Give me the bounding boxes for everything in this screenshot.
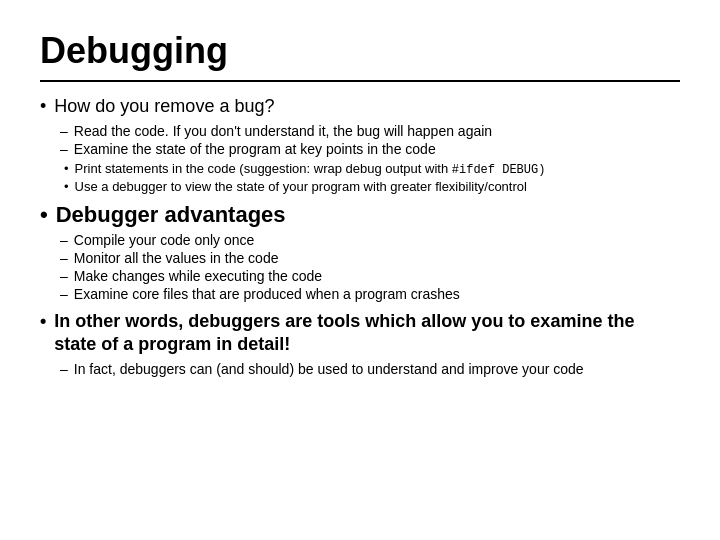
sub-list-3: In fact, debuggers can (and should) be u… (40, 361, 680, 377)
section-3: • In other words, debuggers are tools wh… (40, 310, 680, 377)
main-bullet-3: • In other words, debuggers are tools wh… (40, 310, 680, 357)
section-1: • How do you remove a bug? Read the code… (40, 96, 680, 194)
bullet-symbol-1: • (40, 96, 46, 117)
sub-sub-list-1: Print statements in the code (suggestion… (40, 161, 680, 194)
title-divider (40, 80, 680, 82)
sub-item-2-3-text: Make changes while executing the code (74, 268, 322, 284)
slide: Debugging • How do you remove a bug? Rea… (0, 0, 720, 540)
main-bullet-1-text: How do you remove a bug? (54, 96, 274, 117)
sub-list-1: Read the code. If you don't understand i… (40, 123, 680, 157)
sub-item-2-2-text: Monitor all the values in the code (74, 250, 279, 266)
sub-list-2: Compile your code only once Monitor all … (40, 232, 680, 302)
sub-sub-item-1-1: Print statements in the code (suggestion… (64, 161, 680, 177)
main-bullet-1: • How do you remove a bug? (40, 96, 680, 117)
bullet-symbol-3: • (40, 310, 46, 333)
sub-item-1-1: Read the code. If you don't understand i… (60, 123, 680, 139)
sub-item-1-2-text: Examine the state of the program at key … (74, 141, 436, 157)
sub-item-3-1: In fact, debuggers can (and should) be u… (60, 361, 680, 377)
main-bullet-2-text: Debugger advantages (56, 202, 286, 228)
sub-item-2-1: Compile your code only once (60, 232, 680, 248)
section-2: • Debugger advantages Compile your code … (40, 202, 680, 302)
sub-item-1-1-text: Read the code. If you don't understand i… (74, 123, 492, 139)
sub-item-3-1-text: In fact, debuggers can (and should) be u… (74, 361, 584, 377)
sub-sub-item-1-2: Use a debugger to view the state of your… (64, 179, 680, 194)
main-bullet-2: • Debugger advantages (40, 202, 680, 228)
sub-item-2-2: Monitor all the values in the code (60, 250, 680, 266)
sub-item-2-4: Examine core files that are produced whe… (60, 286, 680, 302)
sub-item-1-2: Examine the state of the program at key … (60, 141, 680, 157)
ifdef-code: #ifdef DEBUG) (452, 163, 546, 177)
bullet-symbol-2: • (40, 202, 48, 228)
sub-item-2-3: Make changes while executing the code (60, 268, 680, 284)
slide-title: Debugging (40, 30, 680, 72)
main-bullet-3-text: In other words, debuggers are tools whic… (54, 310, 680, 357)
sub-item-2-1-text: Compile your code only once (74, 232, 255, 248)
sub-sub-item-1-1-text: Print statements in the code (suggestion… (75, 161, 546, 177)
sub-item-2-4-text: Examine core files that are produced whe… (74, 286, 460, 302)
sub-sub-item-1-2-text: Use a debugger to view the state of your… (75, 179, 527, 194)
